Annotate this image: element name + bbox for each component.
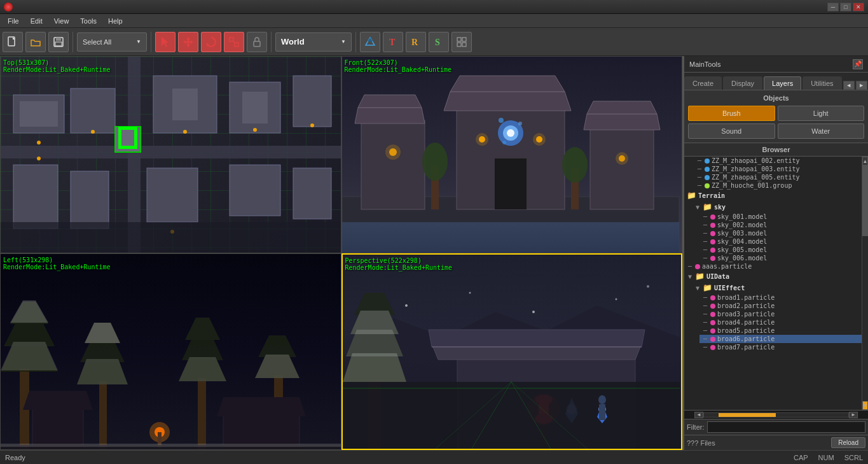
lock-button[interactable] — [247, 32, 267, 52]
sound-button[interactable]: Sound — [688, 123, 775, 139]
menu-file[interactable]: File — [3, 16, 24, 26]
tab-display[interactable]: Display — [723, 76, 762, 90]
tab-utilities[interactable]: Utilities — [803, 76, 841, 90]
hscroll-thumb[interactable] — [719, 413, 776, 417]
browser-section: Browser ─ ZZ_M_zhaopai_002.entity ─ — [684, 143, 868, 419]
close-button[interactable]: ✕ — [853, 3, 864, 11]
water-button[interactable]: Water — [778, 123, 865, 139]
svg-rect-3 — [55, 42, 62, 46]
svg-rect-50 — [361, 120, 425, 209]
rotate-tool[interactable] — [201, 32, 221, 52]
collapse-group1: ─ — [696, 182, 703, 189]
tree-item-sky001[interactable]: ─ sky_001.model — [699, 213, 862, 221]
tree-item-broad2[interactable]: ─ broad2.particle — [699, 302, 862, 310]
tree-item-aaas[interactable]: ─ aaas.particle — [684, 262, 862, 271]
svg-rect-138 — [343, 382, 680, 449]
browser-tree[interactable]: ─ ZZ_M_zhaopai_002.entity ─ ZZ_M_zhaopai… — [684, 157, 862, 410]
render-tool[interactable]: R — [406, 32, 426, 52]
hscroll-left-button[interactable]: ◄ — [694, 412, 703, 418]
open-button[interactable] — [25, 32, 46, 52]
vscroll-down-button[interactable]: ▼ — [862, 401, 868, 410]
svg-point-146 — [598, 395, 606, 404]
svg-marker-51 — [355, 108, 425, 123]
viewport-top[interactable]: Top(531x307) RenderMode:Lit_Baked+Runtim… — [0, 56, 341, 253]
move-tool[interactable] — [178, 32, 198, 52]
snap-tool[interactable]: S — [429, 32, 449, 52]
collapse-uidata[interactable]: ▼ — [687, 273, 693, 280]
icon-sky005 — [710, 248, 715, 253]
status-scrl: SCRL — [844, 454, 863, 461]
tree-item-entity2[interactable]: ─ ZZ_M_zhaopai_003.entity — [684, 165, 862, 173]
panel-collapse-button[interactable]: ► — [856, 81, 867, 90]
viewport-perspective[interactable]: Perspective(522x298) RenderMode:Lit_Bake… — [341, 253, 683, 451]
tree-item-broad4[interactable]: ─ broad4.particle — [699, 318, 862, 327]
collapse-broad7: ─ — [702, 344, 708, 351]
new-button[interactable] — [3, 32, 23, 52]
vscroll-up-button[interactable]: ▲ — [862, 157, 868, 165]
tree-item-entity1[interactable]: ─ ZZ_M_zhaopai_002.entity — [684, 157, 862, 165]
select-tool[interactable] — [155, 32, 176, 52]
tree-item-sky005[interactable]: ─ sky_005.model — [699, 246, 862, 254]
tree-item-group1[interactable]: ─ ZZ_M_huoche_001.group — [684, 181, 862, 190]
collapse-uieffect[interactable]: ▼ — [694, 285, 701, 292]
tree-item-sky002[interactable]: ─ sky_002.model — [699, 221, 862, 229]
tab-layers[interactable]: Layers — [764, 76, 801, 90]
collapse-broad1: ─ — [702, 294, 708, 301]
svg-rect-46 — [1, 222, 341, 253]
tree-item-entity3[interactable]: ─ ZZ_M_zhaopai_005.entity — [684, 173, 862, 181]
svg-point-36 — [91, 130, 95, 134]
icon-broad7 — [710, 345, 715, 350]
tree-item-broad7[interactable]: ─ broad7.particle — [699, 343, 862, 351]
svg-rect-49 — [342, 222, 679, 253]
collapse-broad6: ─ — [702, 335, 708, 342]
svg-rect-18 — [462, 43, 466, 46]
icon-broad6 — [710, 337, 715, 342]
menu-edit[interactable]: Edit — [25, 16, 48, 26]
collapse-broad5: ─ — [702, 327, 708, 334]
select-all-dropdown[interactable]: Select All ▼ — [77, 32, 147, 52]
svg-rect-33 — [293, 168, 331, 219]
tree-item-broad3[interactable]: ─ broad3.particle — [699, 310, 862, 318]
tree-folder-sky[interactable]: ▼ 📁 sky — [692, 201, 862, 213]
panel-pin-button[interactable]: 📌 — [853, 59, 863, 69]
right-panel: MainTools 📌 Create Display Layers Utilit… — [684, 56, 868, 450]
save-button[interactable] — [48, 32, 69, 52]
tree-folder-uieffect[interactable]: ▼ 📁 UIEffect — [692, 282, 862, 293]
tree-folder-terrain[interactable]: 📁 Terrain — [684, 190, 862, 201]
separator-3 — [271, 32, 272, 52]
hscroll-right-button[interactable]: ► — [849, 412, 858, 418]
viewport-front[interactable]: Front(522x307) RenderMode:Lit_Baked+Runt… — [341, 56, 683, 253]
svg-point-39 — [310, 123, 314, 127]
tree-item-sky003[interactable]: ─ sky_003.model — [699, 229, 862, 237]
minimize-button[interactable]: ─ — [827, 3, 839, 11]
tree-item-broad1[interactable]: ─ broad1.particle — [699, 293, 862, 302]
filter-input[interactable] — [707, 421, 866, 433]
tree-item-broad6[interactable]: ─ broad6.particle — [699, 335, 862, 343]
grid-tool[interactable] — [451, 32, 472, 52]
maximize-button[interactable]: □ — [840, 3, 851, 11]
menu-tools[interactable]: Tools — [75, 16, 102, 26]
light-button[interactable]: Light — [778, 106, 865, 121]
tab-create[interactable]: Create — [684, 76, 722, 90]
scale-tool[interactable] — [224, 32, 244, 52]
text-tool[interactable]: T — [383, 32, 403, 52]
menu-view[interactable]: View — [49, 16, 74, 26]
svg-marker-11 — [368, 38, 373, 41]
reload-button[interactable]: Reload — [831, 437, 865, 448]
tree-folder-uidata[interactable]: ▼ 📁 UIData — [684, 271, 862, 282]
vscroll-thumb[interactable] — [862, 165, 868, 236]
svg-marker-52 — [358, 95, 422, 108]
status-cap: CAP — [794, 454, 808, 461]
brush-button[interactable]: Brush — [688, 106, 775, 121]
svg-rect-30 — [71, 171, 109, 228]
terrain-tool[interactable] — [360, 32, 380, 52]
tree-item-sky004[interactable]: ─ sky_004.model — [699, 237, 862, 246]
svg-rect-9 — [254, 41, 260, 46]
world-dropdown[interactable]: World ▼ — [275, 32, 352, 52]
tree-item-sky006[interactable]: ─ sky_006.model — [699, 254, 862, 262]
tree-item-broad5[interactable]: ─ broad5.particle — [699, 327, 862, 335]
collapse-sky[interactable]: ▼ — [694, 204, 701, 211]
viewport-left[interactable]: Left(531x298) RenderMode:Lit_Baked+Runti… — [0, 253, 341, 451]
menu-help[interactable]: Help — [103, 16, 128, 26]
panel-expand-button[interactable]: ◄ — [843, 81, 855, 90]
